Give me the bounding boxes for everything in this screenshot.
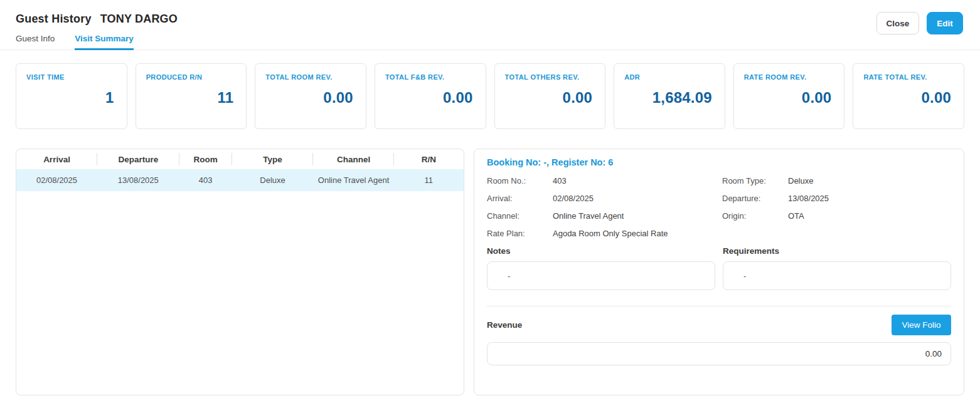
detail-label: Room Type: <box>722 176 788 186</box>
stat-value: 1,684.09 <box>624 89 712 107</box>
stat-card-adr: ADR 1,684.09 <box>614 63 725 129</box>
page-title-text: Guest History <box>16 13 92 25</box>
notes-heading: Notes <box>487 246 715 256</box>
visits-table: Arrival Departure Room Type Channel R/N … <box>16 149 464 191</box>
stat-label: VISIT TIME <box>26 73 114 81</box>
col-header-rn: R/N <box>394 149 464 169</box>
stats-row: VISIT TIME 1 PRODUCED R/N 11 TOTAL ROOM … <box>16 63 964 129</box>
detail-value: OTA <box>788 211 804 221</box>
revenue-header-row: Revenue View Folio <box>487 315 951 335</box>
detail-row-rate-plan: Rate Plan: Agoda Room Only Special Rate <box>487 224 722 242</box>
tab-bar: Guest Info Visit Summary <box>0 34 980 50</box>
visits-panel: Arrival Departure Room Type Channel R/N … <box>16 149 464 395</box>
stat-label: PRODUCED R/N <box>146 73 234 81</box>
visits-table-header: Arrival Departure Room Type Channel R/N <box>16 149 464 169</box>
revenue-amount-box: 0.00 <box>487 342 951 365</box>
detail-row-arrival: Arrival: 02/08/2025 <box>487 189 722 207</box>
stat-label: RATE TOTAL REV. <box>863 73 951 81</box>
stat-label: TOTAL OTHERS REV. <box>505 73 593 81</box>
stat-value: 0.00 <box>744 89 832 107</box>
cell-arrival: 02/08/2025 <box>16 169 97 191</box>
tab-guest-info[interactable]: Guest Info <box>16 34 55 50</box>
stat-card-total-room-rev: TOTAL ROOM REV. 0.00 <box>255 63 366 129</box>
guest-name: TONY DARGO <box>100 13 178 25</box>
detail-row-room-no: Room No.: 403 <box>487 172 722 189</box>
stat-value: 0.00 <box>505 89 593 107</box>
topbar-actions: Close Edit <box>876 12 963 34</box>
booking-details-right: Room Type: Deluxe Departure: 13/08/2025 … <box>722 172 951 242</box>
tab-visit-summary[interactable]: Visit Summary <box>75 34 134 50</box>
stat-card-produced-rn: PRODUCED R/N 11 <box>136 63 247 129</box>
col-header-type: Type <box>232 149 314 169</box>
detail-label: Departure: <box>722 194 788 203</box>
booking-panel: Booking No: -, Register No: 6 Room No.: … <box>474 149 964 395</box>
stat-card-visit-time: VISIT TIME 1 <box>16 63 127 129</box>
detail-value: 02/08/2025 <box>553 194 594 203</box>
detail-row-departure: Departure: 13/08/2025 <box>722 189 951 207</box>
stat-card-rate-room-rev: RATE ROOM REV. 0.00 <box>733 63 845 129</box>
detail-row-room-type: Room Type: Deluxe <box>722 172 951 189</box>
detail-row-channel: Channel: Online Travel Agent <box>487 207 722 224</box>
requirements-section: Requirements - <box>723 246 951 290</box>
detail-value: 13/08/2025 <box>788 194 829 203</box>
edit-button[interactable]: Edit <box>927 12 963 34</box>
detail-value: Online Travel Agent <box>553 211 624 221</box>
stat-label: ADR <box>624 73 712 81</box>
booking-title: Booking No: -, Register No: 6 <box>487 157 951 167</box>
view-folio-button[interactable]: View Folio <box>892 315 951 335</box>
detail-value: 403 <box>553 176 567 186</box>
stat-card-total-fb-rev: TOTAL F&B REV. 0.00 <box>375 63 486 129</box>
revenue-divider <box>487 306 951 306</box>
detail-value: Deluxe <box>788 176 813 186</box>
topbar: Guest HistoryTONY DARGO Close Edit <box>0 0 980 26</box>
notes-section: Notes - <box>487 246 715 290</box>
detail-row-origin: Origin: OTA <box>722 207 951 224</box>
guest-history-page: Guest HistoryTONY DARGO Close Edit Guest… <box>0 0 980 413</box>
col-header-room: Room <box>179 149 232 169</box>
cell-channel: Online Travel Agent <box>313 169 393 191</box>
stat-card-total-others-rev: TOTAL OTHERS REV. 0.00 <box>494 63 606 129</box>
page-title: Guest HistoryTONY DARGO <box>16 13 964 26</box>
col-header-arrival: Arrival <box>16 149 97 169</box>
notes-box: - <box>487 261 715 290</box>
col-header-channel: Channel <box>313 149 393 169</box>
stat-card-rate-total-rev: RATE TOTAL REV. 0.00 <box>853 63 964 129</box>
detail-label: Rate Plan: <box>487 229 553 238</box>
stat-label: TOTAL ROOM REV. <box>265 73 353 81</box>
stat-value: 0.00 <box>265 89 353 107</box>
cell-type: Deluxe <box>232 169 314 191</box>
col-header-departure: Departure <box>97 149 179 169</box>
main-content: Arrival Departure Room Type Channel R/N … <box>16 149 964 395</box>
booking-details: Room No.: 403 Arrival: 02/08/2025 Channe… <box>487 172 951 242</box>
detail-label: Arrival: <box>487 194 553 203</box>
close-button[interactable]: Close <box>876 12 919 34</box>
stat-value: 0.00 <box>385 89 473 107</box>
table-row[interactable]: 02/08/2025 13/08/2025 403 Deluxe Online … <box>16 169 464 191</box>
stat-label: TOTAL F&B REV. <box>385 73 473 81</box>
stat-value: 0.00 <box>863 89 951 107</box>
requirements-box: - <box>723 261 951 290</box>
detail-label: Channel: <box>487 211 553 221</box>
detail-label: Room No.: <box>487 176 553 186</box>
cell-rn: 11 <box>394 169 464 191</box>
notes-requirements-section: Notes - Requirements - <box>487 246 951 290</box>
booking-details-left: Room No.: 403 Arrival: 02/08/2025 Channe… <box>487 172 722 242</box>
detail-value: Agoda Room Only Special Rate <box>553 229 668 238</box>
revenue-amount: 0.00 <box>925 349 942 358</box>
stat-value: 1 <box>26 89 114 107</box>
requirements-heading: Requirements <box>723 246 951 256</box>
revenue-heading: Revenue <box>487 320 522 330</box>
detail-label: Origin: <box>722 211 788 221</box>
stat-value: 11 <box>146 89 234 107</box>
cell-room: 403 <box>179 169 232 191</box>
stat-label: RATE ROOM REV. <box>744 73 832 81</box>
cell-departure: 13/08/2025 <box>97 169 179 191</box>
